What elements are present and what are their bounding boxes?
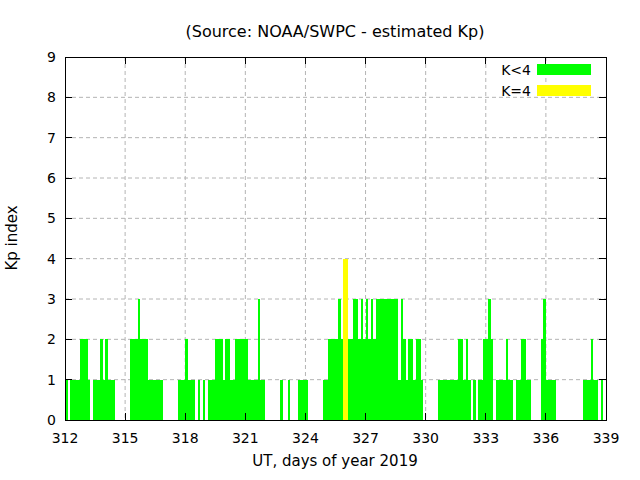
kp-bar	[356, 299, 359, 420]
kp-bar	[338, 299, 341, 420]
kp-bar	[543, 299, 546, 420]
kp-bar	[143, 339, 146, 420]
kp-bar	[491, 339, 494, 420]
kp-bar	[496, 380, 499, 420]
kp-bar	[528, 380, 531, 420]
kp-bar	[466, 339, 469, 420]
kp-bar	[418, 339, 421, 420]
kp-bar	[368, 339, 371, 420]
kp-bar	[95, 380, 98, 420]
kp-bar	[388, 299, 391, 420]
kp-bar	[383, 299, 386, 420]
kp-bar	[208, 380, 211, 420]
kp-bar	[220, 339, 223, 420]
y-tick-label: 5	[47, 210, 56, 226]
y-tick-label: 8	[47, 89, 56, 105]
kp-bar	[526, 380, 529, 420]
kp-bar	[108, 380, 111, 420]
kp-bar	[348, 339, 351, 420]
x-tick-label: 336	[533, 430, 560, 446]
kp-bar	[98, 380, 101, 420]
kp-bar	[148, 380, 151, 420]
y-tick-label: 6	[47, 170, 56, 186]
kp-index-chart-window: 3123153183213243273303333363390123456789…	[0, 0, 640, 480]
kp-bar	[406, 380, 409, 420]
kp-bar	[160, 380, 163, 420]
kp-bar	[155, 380, 158, 420]
kp-bar	[133, 339, 136, 420]
kp-bar	[75, 380, 78, 420]
kp-bar	[396, 299, 399, 420]
kp-bar	[138, 299, 141, 420]
kp-bar	[401, 299, 404, 420]
kp-bar	[351, 339, 354, 420]
kp-bar	[413, 380, 416, 420]
kp-bar	[511, 380, 514, 420]
kp-bar	[230, 380, 233, 420]
kp-bar	[596, 380, 599, 420]
kp-bar	[210, 380, 213, 420]
kp-bar	[441, 380, 444, 420]
legend-swatch-k-lt-4	[537, 64, 591, 75]
y-axis-label: Kp index	[3, 205, 21, 270]
x-tick-label: 327	[352, 430, 379, 446]
x-tick-label: 318	[172, 430, 199, 446]
kp-bar	[601, 380, 604, 420]
kp-bar	[328, 339, 331, 420]
y-tick-label: 7	[47, 130, 56, 146]
kp-bar	[258, 299, 261, 420]
kp-bar	[358, 339, 361, 420]
kp-bar	[438, 380, 441, 420]
kp-bar	[456, 380, 459, 420]
kp-bar	[483, 339, 486, 420]
kp-bar	[366, 299, 369, 420]
kp-bar	[523, 339, 526, 420]
kp-bar	[591, 339, 594, 420]
kp-bar	[501, 380, 504, 420]
kp-bar	[180, 380, 183, 420]
kp-bar	[203, 380, 206, 420]
kp-bar	[473, 380, 476, 420]
kp-bar	[215, 339, 218, 420]
kp-bar	[391, 299, 394, 420]
x-tick-label: 333	[472, 430, 499, 446]
kp-bar	[498, 380, 501, 420]
kp-bar	[516, 380, 519, 420]
kp-bar	[378, 299, 381, 420]
kp-bar	[188, 380, 191, 420]
kp-bar	[488, 299, 491, 420]
kp-bar-k4	[346, 259, 349, 420]
kp-bar	[398, 380, 401, 420]
kp-bar	[325, 380, 328, 420]
kp-bar	[453, 380, 456, 420]
kp-bar	[228, 339, 231, 420]
chart-title: (Source: NOAA/SWPC - estimated Kp)	[186, 22, 485, 41]
legend-label-k-eq-4: K=4	[501, 83, 531, 99]
kp-bar	[145, 339, 148, 420]
kp-bar	[341, 339, 344, 420]
kp-bar	[263, 380, 266, 420]
kp-bar	[70, 380, 73, 420]
kp-index-chart: 3123153183213243273303333363390123456789…	[0, 0, 640, 480]
kp-bar	[93, 380, 96, 420]
kp-bar	[416, 339, 419, 420]
kp-bar	[100, 339, 103, 420]
kp-bar	[463, 380, 466, 420]
kp-bar	[298, 380, 301, 420]
kp-bar	[150, 380, 153, 420]
kp-bar	[371, 299, 374, 420]
kp-bar	[468, 380, 471, 420]
kp-bar	[586, 380, 589, 420]
x-tick-label: 324	[292, 430, 319, 446]
kp-bar	[461, 339, 464, 420]
kp-bar	[381, 299, 384, 420]
kp-bar	[541, 339, 544, 420]
x-tick-label: 321	[232, 430, 259, 446]
kp-bar	[223, 380, 226, 420]
y-tick-label: 3	[47, 291, 56, 307]
kp-bar	[508, 380, 511, 420]
kp-bar	[238, 339, 241, 420]
kp-bar	[253, 380, 256, 420]
kp-bar	[386, 299, 389, 420]
y-tick-label: 2	[47, 331, 56, 347]
